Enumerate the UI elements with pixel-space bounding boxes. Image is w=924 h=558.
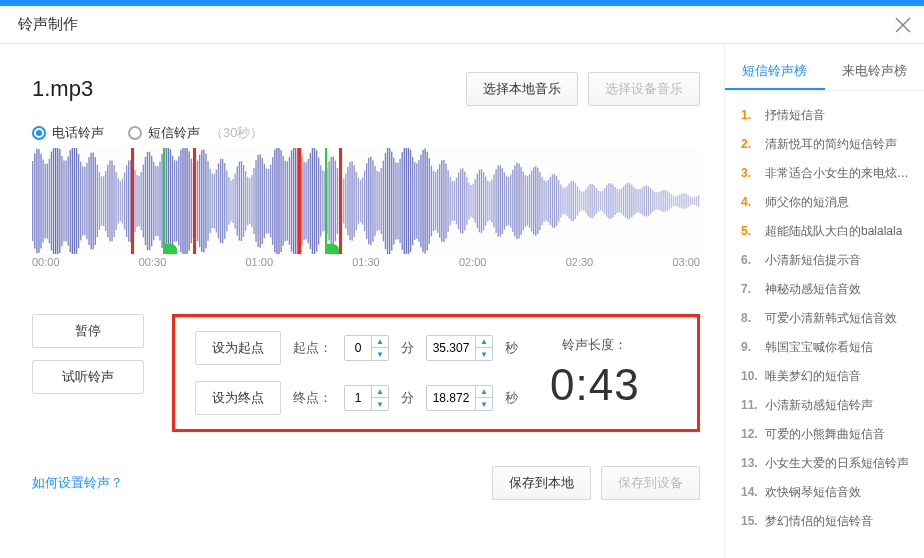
list-item-label: 韩国宝宝喊你看短信: [765, 339, 873, 356]
pause-button[interactable]: 暂停: [32, 314, 144, 348]
set-end-button[interactable]: 设为终点: [195, 381, 281, 415]
svg-rect-299: [650, 188, 651, 214]
svg-rect-185: [412, 157, 413, 245]
list-item[interactable]: 14.欢快钢琴短信音效: [741, 478, 924, 507]
svg-rect-265: [579, 190, 580, 212]
svg-rect-314: [681, 193, 682, 208]
svg-rect-206: [456, 178, 457, 225]
svg-rect-262: [573, 181, 574, 221]
svg-rect-290: [631, 185, 632, 217]
time-axis: 00:00 00:30 01:00 01:30 02:00 02:30 03:0…: [32, 254, 700, 268]
svg-rect-264: [577, 186, 578, 215]
svg-rect-97: [228, 177, 229, 225]
stepper-down-icon[interactable]: ▼: [476, 398, 492, 410]
end-min-stepper[interactable]: ▲▼: [344, 385, 389, 411]
list-item[interactable]: 15.梦幻情侣的短信铃音: [741, 507, 924, 536]
svg-rect-251: [550, 177, 551, 225]
svg-rect-317: [687, 195, 688, 207]
svg-rect-100: [234, 173, 235, 228]
svg-rect-91: [216, 169, 217, 232]
tab-sms-rank[interactable]: 短信铃声榜: [725, 54, 825, 90]
rank-number: 1.: [741, 108, 759, 122]
svg-rect-310: [673, 196, 674, 207]
preview-button[interactable]: 试听铃声: [32, 360, 144, 394]
svg-rect-297: [646, 185, 647, 216]
list-item[interactable]: 3.非常适合小女生的来电炫彩…: [741, 159, 924, 188]
svg-rect-254: [556, 176, 557, 226]
stepper-up-icon[interactable]: ▲: [476, 386, 492, 398]
svg-rect-273: [596, 188, 597, 214]
start-sec-stepper[interactable]: ▲▼: [426, 335, 493, 361]
stepper-down-icon[interactable]: ▼: [372, 348, 388, 360]
svg-rect-242: [531, 171, 532, 232]
svg-rect-209: [462, 168, 463, 233]
svg-rect-179: [399, 159, 400, 243]
list-item[interactable]: 8.可爱小清新韩式短信音效: [741, 304, 924, 333]
stepper-up-icon[interactable]: ▲: [372, 336, 388, 348]
radio-phone-ringtone[interactable]: 电话铃声: [32, 124, 104, 142]
list-item[interactable]: 5.超能陆战队大白的balalala: [741, 217, 924, 246]
svg-rect-286: [623, 186, 624, 215]
stepper-up-icon[interactable]: ▲: [476, 336, 492, 348]
svg-rect-112: [260, 154, 261, 247]
svg-rect-197: [437, 169, 438, 233]
highlight-box-end: [298, 148, 342, 254]
start-min-input[interactable]: [345, 336, 371, 360]
svg-rect-14: [55, 148, 56, 254]
list-item[interactable]: 10.唯美梦幻的短信音: [741, 362, 924, 391]
list-item[interactable]: 7.神秘动感短信音效: [741, 275, 924, 304]
svg-rect-178: [397, 163, 398, 239]
list-item[interactable]: 9.韩国宝宝喊你看短信: [741, 333, 924, 362]
list-item-label: 可爱小清新韩式短信音效: [765, 310, 897, 327]
list-item[interactable]: 2.清新悦耳的简约短信铃声: [741, 130, 924, 159]
svg-rect-202: [447, 170, 448, 232]
end-min-input[interactable]: [345, 386, 371, 410]
svg-rect-31: [90, 153, 91, 250]
svg-rect-246: [539, 172, 540, 230]
help-link[interactable]: 如何设置铃声？: [32, 474, 123, 492]
stepper-down-icon[interactable]: ▼: [372, 398, 388, 410]
list-item[interactable]: 12.可爱的小熊舞曲短信音: [741, 420, 924, 449]
stepper-down-icon[interactable]: ▼: [476, 348, 492, 360]
close-icon[interactable]: [894, 16, 912, 34]
stepper-up-icon[interactable]: ▲: [372, 386, 388, 398]
set-start-button[interactable]: 设为起点: [195, 331, 281, 365]
svg-rect-253: [554, 174, 555, 228]
svg-rect-260: [568, 183, 569, 218]
list-item[interactable]: 1.抒情短信音: [741, 101, 924, 130]
list-item[interactable]: 13.小女生大爱的日系短信铃声: [741, 449, 924, 478]
svg-rect-216: [477, 174, 478, 229]
svg-rect-107: [249, 178, 250, 223]
svg-rect-118: [272, 157, 273, 245]
list-item[interactable]: 11.小清新动感短信铃声: [741, 391, 924, 420]
file-title: 1.mp3: [32, 76, 93, 102]
start-min-stepper[interactable]: ▲▼: [344, 335, 389, 361]
svg-rect-309: [671, 194, 672, 207]
list-item[interactable]: 4.师父你的短消息: [741, 188, 924, 217]
svg-rect-117: [270, 165, 271, 238]
svg-rect-321: [696, 196, 697, 205]
svg-rect-170: [381, 168, 382, 234]
svg-rect-257: [562, 188, 563, 215]
svg-rect-109: [253, 168, 254, 234]
svg-rect-311: [675, 196, 676, 206]
svg-rect-46: [122, 179, 123, 224]
svg-rect-49: [128, 160, 129, 241]
list-item[interactable]: 6.小清新短信提示音: [741, 246, 924, 275]
end-sec-input[interactable]: [427, 386, 475, 410]
svg-rect-177: [395, 162, 396, 239]
tab-call-rank[interactable]: 来电铃声榜: [825, 54, 925, 90]
choose-local-music-button[interactable]: 选择本地音乐: [466, 72, 578, 106]
svg-rect-180: [401, 152, 402, 250]
svg-rect-12: [51, 151, 52, 250]
end-sec-stepper[interactable]: ▲▼: [426, 385, 493, 411]
svg-rect-304: [660, 191, 661, 211]
svg-rect-281: [612, 185, 613, 218]
save-local-button[interactable]: 保存到本地: [492, 466, 591, 500]
start-sec-input[interactable]: [427, 336, 475, 360]
waveform[interactable]: [32, 148, 700, 254]
svg-rect-98: [230, 181, 231, 222]
rank-number: 4.: [741, 195, 759, 209]
radio-sms-ringtone[interactable]: 短信铃声 （30秒）: [128, 124, 263, 142]
svg-rect-165: [370, 157, 371, 245]
